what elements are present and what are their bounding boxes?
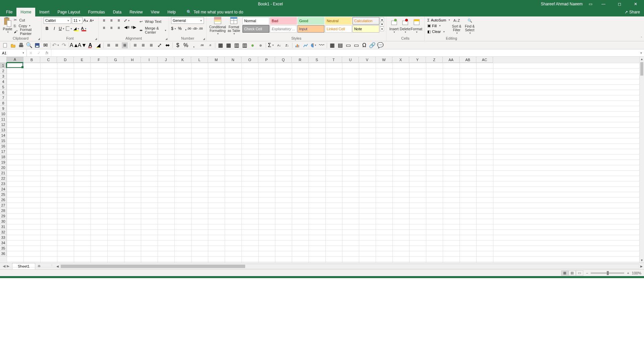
row-header-17[interactable]: 17 [0,149,7,154]
row-header-33[interactable]: 33 [0,235,7,240]
row-header-12[interactable]: 12 [0,122,7,127]
sheet-prev-button[interactable]: ◀ [3,264,5,268]
share-button[interactable]: ↗ Share [621,8,644,16]
cell-style-good[interactable]: Good [298,17,324,25]
row-header-5[interactable]: 5 [0,84,7,90]
row-header-21[interactable]: 21 [0,170,7,176]
align-bottom-button[interactable]: ≡ [115,17,122,24]
alignment-launcher[interactable]: ◢ [165,37,167,40]
column-header-G[interactable]: G [107,57,124,63]
cell-style-neutral[interactable]: Neutral [325,17,352,25]
percent-icon[interactable]: % [183,42,189,48]
sparkline-icon[interactable]: 〰 [319,42,325,48]
underline-button[interactable]: U▼ [58,25,65,32]
zoom-in-button[interactable]: + [627,271,629,275]
row-header-7[interactable]: 7 [0,95,7,100]
row-header-3[interactable]: 3 [0,74,7,79]
column-header-N[interactable]: N [225,57,241,63]
row-header-14[interactable]: 14 [0,133,7,138]
decrease-font-button[interactable]: A▼ [89,17,95,24]
slicer-icon[interactable]: ▤ [337,42,343,48]
column-header-O[interactable]: O [241,57,258,63]
column-header-A[interactable]: A [7,57,23,63]
header-icon[interactable]: ▭ [353,42,359,48]
close-button[interactable]: ✕ [631,2,641,6]
column-header-I[interactable]: I [141,57,158,63]
border-button[interactable]: ▼ [66,25,72,32]
find-select-button[interactable]: 🔍Find & Select▼ [463,17,476,35]
column-header-B[interactable]: B [23,57,40,63]
sheet-tab-active[interactable]: Sheet1 [12,263,35,269]
normal-view-button[interactable]: ▦ [561,270,569,276]
tab-help[interactable]: Help [163,8,180,16]
collapse-ribbon-button[interactable]: ˆ [641,37,642,40]
tell-me-search[interactable]: 🔍 Tell me what you want to do [186,8,243,16]
tab-review[interactable]: Review [125,8,147,16]
column-header-K[interactable]: K [174,57,191,63]
gallery-down-button[interactable]: ▼ [380,22,384,27]
sort-filter-button[interactable]: A↓ZSort & Filter▼ [450,17,463,35]
column-header-Q[interactable]: Q [275,57,292,63]
row-header-28[interactable]: 28 [0,208,7,213]
scroll-up-button[interactable]: ▲ [640,57,644,61]
print-preview-icon[interactable]: 🔍 [26,42,32,48]
row-header-11[interactable]: 11 [0,117,7,122]
zoom-level[interactable]: 100% [632,271,641,275]
tab-page-layout[interactable]: Page Layout [53,8,84,16]
comma-icon[interactable]: , [191,42,197,48]
paste-button[interactable]: Paste ▼ [2,17,13,35]
column-header-S[interactable]: S [309,57,325,63]
chart-line-icon[interactable] [303,42,309,48]
chart-pie-icon[interactable]: ▼ [311,42,317,48]
font-launcher[interactable]: ◢ [95,37,97,40]
select-all-corner[interactable] [0,57,7,63]
align-left-button[interactable]: ≡ [101,25,107,31]
row-header-29[interactable]: 29 [0,213,7,219]
column-header-M[interactable]: M [208,57,225,63]
orientation-icon[interactable]: ⤢ [156,42,162,48]
merge-center-button[interactable]: ⬌ Merge & Center▼ [140,28,167,33]
delete-cells-button[interactable]: Delete▼ [399,17,411,35]
gallery-more-button[interactable]: ▾ [380,27,384,31]
column-header-J[interactable]: J [158,57,174,63]
decrease-indent-button[interactable]: ◀≡ [123,24,130,31]
insert-cells-button[interactable]: Insert▼ [388,17,399,35]
column-header-R[interactable]: R [292,57,309,63]
column-header-X[interactable]: X [392,57,409,63]
italic-button[interactable]: I [51,25,58,32]
format-painter-button[interactable]: 🖌 Format Painter [14,29,39,35]
row-header-22[interactable]: 22 [0,176,7,181]
column-header-L[interactable]: L [191,57,208,63]
cell-style-note[interactable]: Note [353,25,379,33]
scroll-down-button[interactable]: ▼ [640,258,644,263]
font-color-button[interactable]: A▼ [80,25,87,32]
row-header-30[interactable]: 30 [0,219,7,224]
spreadsheet-grid[interactable]: ABCDEFGHIJKLMNOPQRSTUVWXYZAAABAC 1234567… [0,57,644,263]
number-launcher[interactable]: ◢ [203,37,205,40]
conditional-formatting-button[interactable]: Conditional Formatting▼ [209,17,227,35]
cell-style-normal[interactable]: Normal [243,17,269,25]
align-left-icon[interactable]: ≡ [106,42,112,48]
save-icon[interactable] [34,42,40,48]
autosum-button[interactable]: ΣAutoSum▼ [427,17,450,23]
tab-insert[interactable]: Insert [35,8,53,16]
highlight-icon[interactable]: ◢ [95,42,101,48]
format-cells-button[interactable]: Format▼ [411,17,422,35]
align-center-button[interactable]: ≡ [108,25,115,31]
horizontal-scrollbar[interactable]: ◀ ▶ [60,264,639,269]
column-header-Z[interactable]: Z [426,57,443,63]
fill-button[interactable]: ▣Fill▼ [427,23,450,29]
column-header-C[interactable]: C [40,57,57,63]
zoom-out-button[interactable]: − [586,271,588,275]
inc-decimal-icon[interactable]: .00 [199,42,205,48]
sheet-next-button[interactable]: ▶ [7,264,9,268]
column-header-W[interactable]: W [376,57,392,63]
zoom-slider[interactable] [591,272,624,274]
enter-formula-button[interactable]: ✓ [35,51,43,55]
new-file-icon[interactable] [2,42,8,48]
autosum-icon[interactable]: Σ▼ [268,42,274,48]
gallery-up-button[interactable]: ▲ [380,17,384,22]
column-header-F[interactable]: F [91,57,107,63]
insert-row-icon[interactable]: ▦ [217,42,223,48]
tab-view[interactable]: View [147,8,164,16]
